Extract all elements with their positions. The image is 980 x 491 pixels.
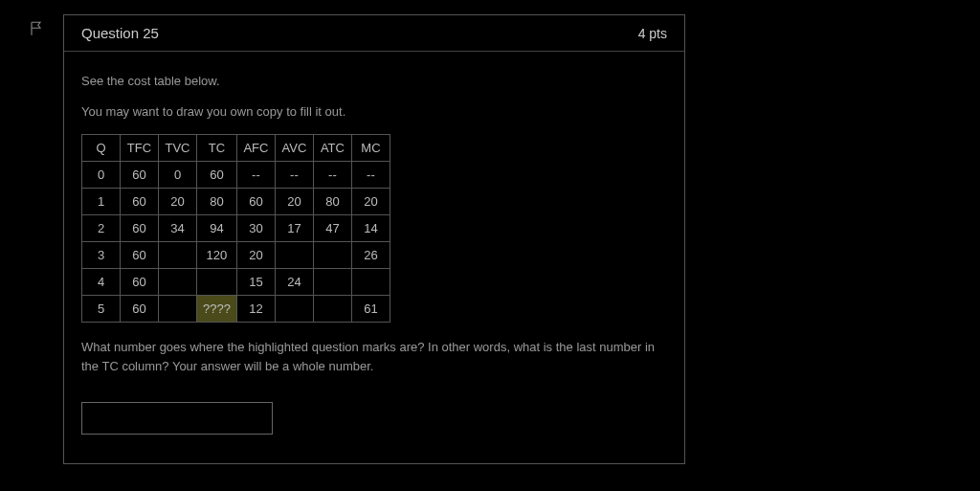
- table-header-cell: TFC: [121, 135, 159, 162]
- table-cell: 20: [275, 189, 313, 215]
- question-card: Question 25 4 pts See the cost table bel…: [63, 14, 685, 464]
- question-points: 4 pts: [638, 26, 667, 41]
- table-cell: [159, 242, 197, 269]
- table-cell: 60: [121, 162, 159, 189]
- table-row: 3601202026: [82, 242, 390, 269]
- table-cell: 34: [159, 215, 197, 242]
- table-cell: [159, 269, 197, 296]
- table-cell: 0: [82, 162, 121, 189]
- table-header-cell: TVC: [159, 135, 197, 162]
- table-cell: [351, 269, 390, 296]
- flag-icon[interactable]: [29, 20, 46, 37]
- table-cell: 120: [197, 242, 237, 269]
- table-cell: 17: [275, 215, 313, 242]
- table-cell: [275, 296, 313, 323]
- table-cell: [159, 296, 197, 323]
- answer-input[interactable]: [81, 402, 273, 435]
- table-cell: --: [275, 162, 313, 189]
- table-cell: 26: [351, 242, 390, 269]
- table-cell: 94: [197, 215, 237, 242]
- table-header-cell: Q: [82, 135, 121, 162]
- table-cell: 60: [121, 242, 159, 269]
- table-header-row: QTFCTVCTCAFCAVCATCMC: [82, 135, 390, 162]
- question-header: Question 25 4 pts: [64, 15, 684, 52]
- table-cell: 60: [121, 215, 159, 242]
- table-cell: 3: [82, 242, 121, 269]
- table-cell: 14: [351, 215, 390, 242]
- table-cell: 61: [351, 296, 390, 323]
- table-cell: [313, 296, 351, 323]
- table-header-cell: AVC: [275, 135, 313, 162]
- table-header-cell: MC: [351, 135, 390, 162]
- table-header-cell: TC: [197, 135, 237, 162]
- table-body: 060060--------16020806020802026034943017…: [82, 162, 390, 323]
- table-header-cell: ATC: [313, 135, 351, 162]
- highlighted-cell: ????: [197, 296, 237, 323]
- table-row: 160208060208020: [82, 189, 390, 215]
- table-cell: 12: [236, 296, 275, 323]
- table-cell: --: [351, 162, 390, 189]
- table-cell: 20: [159, 189, 197, 215]
- table-cell: 24: [275, 269, 313, 296]
- question-title: Question 25: [81, 25, 159, 41]
- table-cell: 15: [236, 269, 275, 296]
- table-cell: [313, 242, 351, 269]
- page-container: Question 25 4 pts See the cost table bel…: [0, 0, 980, 464]
- table-cell: 47: [313, 215, 351, 242]
- table-cell: --: [313, 162, 351, 189]
- table-row: 4601524: [82, 269, 390, 296]
- table-row: 260349430174714: [82, 215, 390, 242]
- table-cell: [275, 242, 313, 269]
- question-prompt: What number goes where the highlighted q…: [81, 338, 667, 375]
- cost-table: QTFCTVCTCAFCAVCATCMC 060060--------16020…: [81, 134, 390, 323]
- instruction-line-1: See the cost table below.: [81, 73, 667, 90]
- table-cell: [197, 269, 237, 296]
- table-cell: 2: [82, 215, 121, 242]
- table-header-cell: AFC: [236, 135, 275, 162]
- table-cell: 60: [197, 162, 237, 189]
- table-cell: 60: [236, 189, 275, 215]
- table-row: 060060--------: [82, 162, 390, 189]
- question-body: See the cost table below. You may want t…: [64, 52, 684, 463]
- table-cell: 20: [351, 189, 390, 215]
- table-cell: 20: [236, 242, 275, 269]
- table-cell: --: [236, 162, 275, 189]
- table-cell: 1: [82, 189, 121, 215]
- table-cell: 60: [121, 189, 159, 215]
- table-cell: 4: [82, 269, 121, 296]
- table-cell: 80: [313, 189, 351, 215]
- table-cell: 30: [236, 215, 275, 242]
- instruction-line-2: You may want to draw you own copy to fil…: [81, 103, 667, 121]
- table-cell: [313, 269, 351, 296]
- table-cell: 60: [121, 296, 159, 323]
- table-cell: 5: [82, 296, 121, 323]
- table-cell: 60: [121, 269, 159, 296]
- table-cell: 80: [197, 189, 237, 215]
- table-row: 560????1261: [82, 296, 390, 323]
- table-cell: 0: [159, 162, 197, 189]
